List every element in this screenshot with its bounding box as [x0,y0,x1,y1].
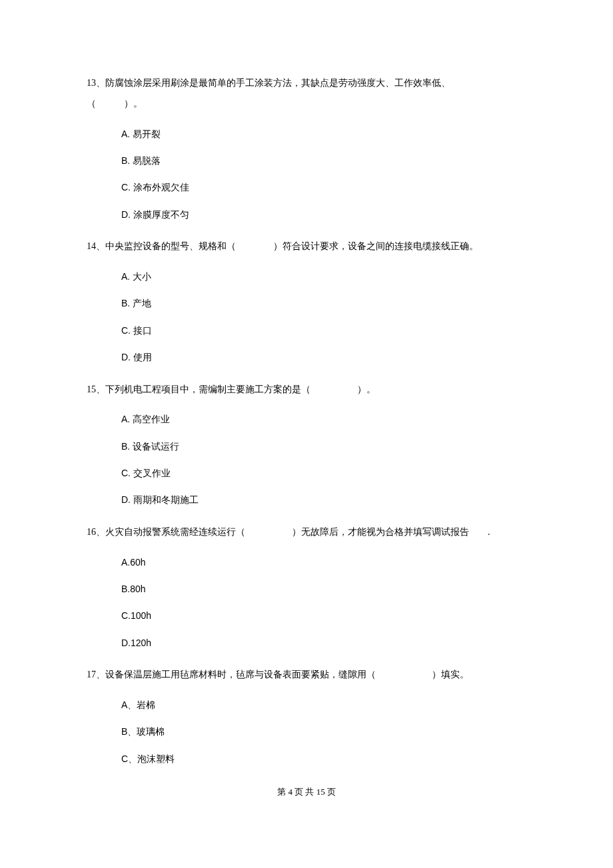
option-a: A.60h [121,555,526,570]
option-a: A. 高空作业 [121,412,526,426]
options-list: A. 高空作业 B. 设备试运行 C. 交叉作业 D. 雨期和冬期施工 [87,400,526,508]
question-number: 13、 [87,78,105,88]
stem-text-line2: （ ）。 [87,99,143,109]
question-stem: 17、设备保温层施工用毡席材料时，毡席与设备表面要紧贴，缝隙用（ ）填实。 [87,665,526,685]
question-number: 15、 [87,384,105,394]
question-number: 17、 [87,669,105,679]
option-b: B. 设备试运行 [121,439,526,454]
question-14: 14、中央监控设备的型号、规格和（ ）符合设计要求，设备之间的连接电缆接线正确。… [87,236,526,364]
question-13: 13、防腐蚀涂层采用刷涂是最简单的手工涂装方法，其缺点是劳动强度大、工作效率低、… [87,73,526,222]
option-c: C.100h [121,608,526,623]
question-stem: 14、中央监控设备的型号、规格和（ ）符合设计要求，设备之间的连接电缆接线正确。 [87,236,526,257]
options-list: A、岩棉 B、玻璃棉 C、泡沫塑料 [87,685,526,766]
stem-text: 中央监控设备的型号、规格和（ ）符合设计要求，设备之间的连接电缆接线正确。 [105,241,478,251]
option-c: C. 交叉作业 [121,466,526,480]
option-d: D. 使用 [121,350,526,364]
question-stem: 13、防腐蚀涂层采用刷涂是最简单的手工涂装方法，其缺点是劳动强度大、工作效率低、… [87,73,526,115]
option-b: B. 产地 [121,296,526,310]
options-list: A.60h B.80h C.100h D.120h [87,543,526,651]
stem-text: 设备保温层施工用毡席材料时，毡席与设备表面要紧贴，缝隙用（ ）填实。 [105,669,469,679]
question-15: 15、下列机电工程项目中，需编制主要施工方案的是（ ）。 A. 高空作业 B. … [87,380,526,508]
option-a: A. 易开裂 [121,127,526,141]
option-a: A. 大小 [121,269,526,284]
question-number: 16、 [87,527,105,537]
option-b: B. 易脱落 [121,153,526,168]
option-d: D. 雨期和冬期施工 [121,492,526,507]
question-stem: 15、下列机电工程项目中，需编制主要施工方案的是（ ）。 [87,380,526,400]
option-d: D.120h [121,636,526,650]
option-d: D. 涂膜厚度不匀 [121,207,526,222]
question-16: 16、火灾自动报警系统需经连续运行（ ）无故障后，才能视为合格并填写调试报告 .… [87,522,526,650]
question-stem: 16、火灾自动报警系统需经连续运行（ ）无故障后，才能视为合格并填写调试报告 . [87,522,526,543]
page-footer: 第 4 页 共 15 页 [87,786,526,798]
option-a: A、岩棉 [121,697,526,712]
stem-text: 防腐蚀涂层采用刷涂是最简单的手工涂装方法，其缺点是劳动强度大、工作效率低、 [105,78,450,88]
question-17: 17、设备保温层施工用毡席材料时，毡席与设备表面要紧贴，缝隙用（ ）填实。 A、… [87,665,526,766]
option-c: C、泡沫塑料 [121,751,526,766]
option-b: B、玻璃棉 [121,724,526,739]
stem-text: 下列机电工程项目中，需编制主要施工方案的是（ ）。 [105,384,376,394]
question-number: 14、 [87,241,105,251]
option-b: B.80h [121,582,526,596]
stem-text: 火灾自动报警系统需经连续运行（ ）无故障后，才能视为合格并填写调试报告 . [105,527,490,537]
page-content: 13、防腐蚀涂层采用刷涂是最简单的手工涂装方法，其缺点是劳动强度大、工作效率低、… [0,0,613,825]
options-list: A. 大小 B. 产地 C. 接口 D. 使用 [87,257,526,365]
option-c: C. 涂布外观欠佳 [121,180,526,195]
options-list: A. 易开裂 B. 易脱落 C. 涂布外观欠佳 D. 涂膜厚度不匀 [87,115,526,222]
option-c: C. 接口 [121,323,526,338]
